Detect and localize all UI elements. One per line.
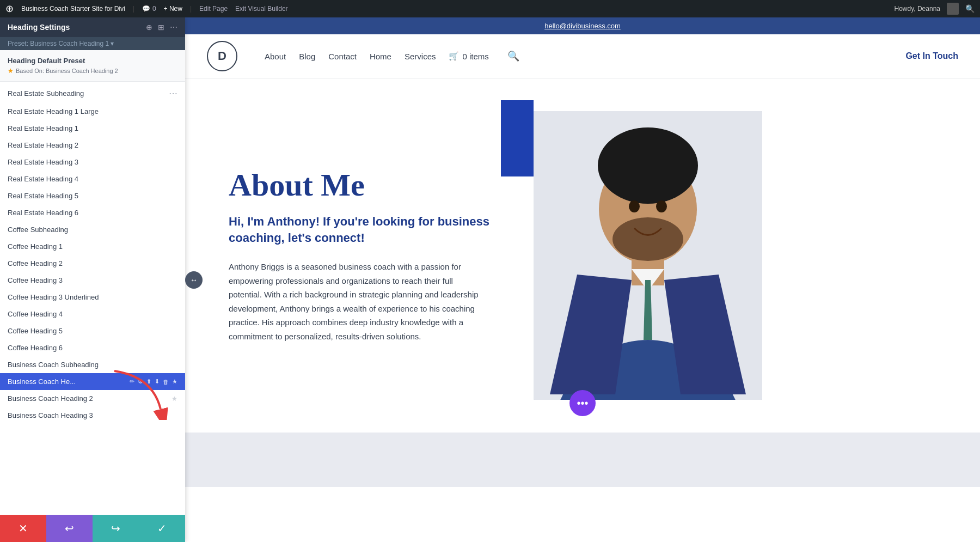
svg-point-13 [612, 217, 683, 261]
website-topbar: hello@divibusiness.com [185, 17, 980, 34]
new-link[interactable]: + New [164, 5, 182, 13]
list-item[interactable]: Business Coach Subheading [0, 356, 185, 373]
list-item[interactable]: Real Estate Heading 5 [0, 187, 185, 204]
nav-cta-button[interactable]: Get In Touch [905, 51, 958, 61]
save-icon: ✓ [157, 522, 167, 535]
upload-preset-icon[interactable]: ⬆ [146, 378, 151, 385]
left-panel: Heading Settings ⊕ ⊞ ⋯ Preset: Business … [0, 17, 185, 542]
active-preset-item[interactable]: Business Coach He... ✏ ⚙ ⬆ ⬇ 🗑 ★ [0, 373, 185, 390]
hero-content: About Me Hi, I'm Anthony! If you're look… [229, 168, 512, 343]
nav-link-services[interactable]: Services [405, 52, 436, 61]
hero-photo [534, 111, 762, 400]
item-dots-icon[interactable]: ⋯ [164, 88, 177, 99]
svg-point-12 [656, 200, 667, 212]
copy-preset-icon[interactable]: ⬇ [155, 378, 160, 385]
website-nav: D About Blog Contact Home Services 🛒 0 i… [185, 34, 980, 78]
grid-icon[interactable]: ⊞ [158, 23, 164, 32]
dots-icon: ••• [577, 397, 588, 410]
cancel-icon: ✕ [19, 522, 28, 535]
list-item[interactable]: Real Estate Heading 2 [0, 137, 185, 154]
list-item[interactable]: Coffee Heading 2 [0, 255, 185, 272]
panel-title: Heading Settings [8, 23, 70, 32]
list-item[interactable]: Real Estate Heading 1 Large [0, 103, 185, 120]
settings-preset-icon[interactable]: ⚙ [138, 378, 143, 385]
list-item[interactable]: Real Estate Heading 6 [0, 204, 185, 221]
redo-button[interactable]: ↪ [93, 515, 139, 542]
hero-body-text: Anthony Briggs is a seasoned business co… [229, 260, 479, 343]
list-item[interactable]: Coffee Heading 5 [0, 322, 185, 339]
panel-header-icons: ⊕ ⊞ ⋯ [146, 23, 177, 32]
admin-search-icon[interactable]: 🔍 [965, 4, 975, 13]
panel-toggle-handle[interactable]: ↔ [185, 271, 203, 289]
panel-header: Heading Settings ⊕ ⊞ ⋯ [0, 17, 185, 37]
star-preset-icon[interactable]: ★ [172, 378, 177, 385]
hero-image-area [512, 111, 730, 400]
preset-label: Preset: Business Coach Heading 1 ▾ [8, 40, 114, 47]
preset-actions: ✏ ⚙ ⬆ ⬇ 🗑 ★ [130, 378, 177, 385]
website-area: hello@divibusiness.com D About Blog Cont… [185, 17, 980, 542]
hero-title: About Me [229, 168, 512, 203]
list-item[interactable]: Real Estate Heading 1 [0, 120, 185, 137]
list-item[interactable]: Real Estate Heading 4 [0, 170, 185, 187]
star-icon: ★ [8, 67, 14, 75]
presets-list[interactable]: Real Estate Subheading⋯ Real Estate Head… [0, 82, 185, 542]
more-options-icon[interactable]: ⋯ [170, 23, 177, 32]
redo-icon: ↪ [111, 522, 120, 535]
svg-point-11 [629, 200, 640, 212]
comments-count[interactable]: 💬 0 [142, 5, 156, 13]
nav-cart[interactable]: 🛒 0 items [449, 51, 488, 61]
svg-point-5 [598, 127, 698, 204]
exit-builder-link[interactable]: Exit Visual Builder [235, 5, 288, 13]
default-preset-section: Heading Default Preset ★ Based On: Busin… [0, 50, 185, 82]
nav-link-contact[interactable]: Contact [328, 52, 357, 61]
undo-icon: ↩ [65, 522, 74, 535]
cancel-button[interactable]: ✕ [0, 515, 46, 542]
nav-link-blog[interactable]: Blog [299, 52, 315, 61]
cart-count: 0 items [462, 52, 488, 61]
howdy-label: Howdy, Deanna [895, 5, 941, 13]
list-item[interactable]: Coffee Heading 6 [0, 339, 185, 356]
list-item[interactable]: Business Coach Heading 3 [0, 407, 185, 424]
list-item[interactable]: Coffee Heading 4 [0, 306, 185, 322]
list-item[interactable]: Coffee Heading 3 Underlined [0, 289, 185, 306]
item-star-icon[interactable]: ★ [171, 395, 177, 403]
list-item[interactable]: Real Estate Heading 3 [0, 154, 185, 170]
edit-page-link[interactable]: Edit Page [199, 5, 228, 13]
undo-button[interactable]: ↩ [46, 515, 93, 542]
nav-link-about[interactable]: About [265, 52, 286, 61]
save-button[interactable]: ✓ [139, 515, 185, 542]
list-item[interactable]: Real Estate Subheading⋯ [0, 84, 185, 103]
hero-section: About Me Hi, I'm Anthony! If you're look… [185, 78, 980, 433]
site-name[interactable]: Business Coach Starter Site for Divi [21, 5, 125, 13]
default-preset-based: ★ Based On: Business Coach Heading 2 [8, 67, 177, 75]
cart-icon: 🛒 [449, 51, 459, 61]
hero-subtitle: Hi, I'm Anthony! If you're looking for b… [229, 214, 512, 247]
user-avatar [947, 3, 959, 15]
floating-dots-button[interactable]: ••• [569, 390, 596, 416]
website-bottom-area [185, 433, 980, 487]
nav-search-icon[interactable]: 🔍 [507, 50, 519, 62]
preset-selector[interactable]: Preset: Business Coach Heading 1 ▾ [0, 37, 185, 50]
list-item[interactable]: Coffee Subheading [0, 221, 185, 238]
edit-preset-icon[interactable]: ✏ [130, 378, 134, 385]
nav-links: About Blog Contact Home Services 🛒 0 ite… [265, 50, 889, 62]
topbar-email[interactable]: hello@divibusiness.com [544, 22, 621, 30]
wordpress-logo-icon[interactable]: ⊕ [5, 3, 14, 15]
target-icon[interactable]: ⊕ [146, 23, 152, 32]
default-preset-title: Heading Default Preset [8, 57, 177, 65]
nav-logo[interactable]: D [207, 41, 237, 71]
list-item[interactable]: Business Coach Heading 2 ★ [0, 390, 185, 407]
toggle-arrow-icon: ↔ [190, 276, 198, 284]
delete-preset-icon[interactable]: 🗑 [163, 379, 169, 385]
bottom-toolbar: ✕ ↩ ↪ ✓ [0, 515, 185, 542]
main-layout: Heading Settings ⊕ ⊞ ⋯ Preset: Business … [0, 17, 980, 542]
list-item[interactable]: Coffee Heading 1 [0, 238, 185, 255]
admin-bar: ⊕ Business Coach Starter Site for Divi |… [0, 0, 980, 17]
hero-blue-accent [501, 100, 534, 176]
list-item[interactable]: Coffee Heading 3 [0, 272, 185, 289]
nav-link-home[interactable]: Home [370, 52, 391, 61]
